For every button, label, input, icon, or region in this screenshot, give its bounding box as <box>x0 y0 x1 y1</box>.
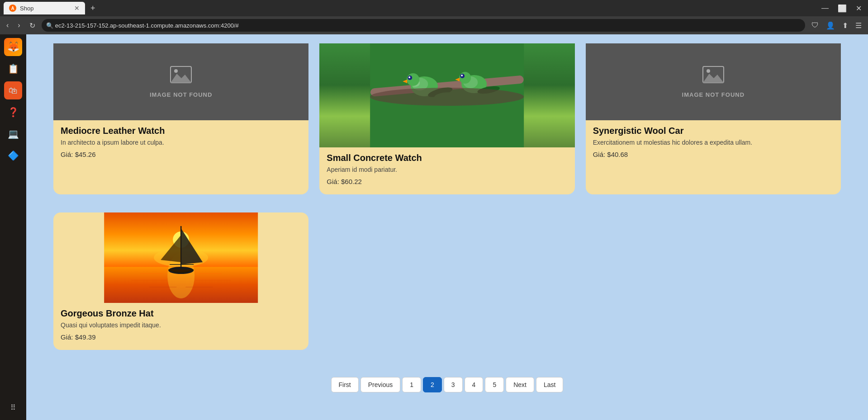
svg-point-24 <box>707 69 710 73</box>
svg-marker-1 <box>171 74 191 83</box>
sidebar-item-software[interactable]: 🛍 <box>4 81 22 99</box>
tab-close-button[interactable]: ✕ <box>74 5 80 12</box>
menu-button[interactable]: ☰ <box>853 19 864 32</box>
sidebar-item-apps[interactable]: ⠿ <box>4 398 22 416</box>
sidebar-item-firefox[interactable]: 🦊 <box>4 38 22 56</box>
pagination-next[interactable]: Next <box>506 377 534 392</box>
product-card-mediocre-leather-watch[interactable]: IMAGE NOT FOUND Mediocre Leather Watch I… <box>53 43 308 194</box>
pagination-page-1[interactable]: 1 <box>402 377 421 392</box>
product-price-1: Giá: $45.26 <box>61 151 301 158</box>
sidebar: 🦊 📋 🛍 ❓ 💻 🔷 ⠿ <box>0 34 26 420</box>
product-name-4: Gorgeous Bronze Hat <box>61 308 301 319</box>
browser-titlebar: A Shop ✕ + — ⬜ ✕ <box>0 0 868 16</box>
pagination-page-2[interactable]: 2 <box>423 377 442 392</box>
toolbar-actions: 🛡 👤 ⬆ ☰ <box>809 19 864 32</box>
svg-point-10 <box>408 76 410 78</box>
sidebar-item-files[interactable]: 📋 <box>4 60 22 78</box>
product-price-2: Giá: $60.22 <box>327 178 567 185</box>
svg-point-2 <box>174 69 178 73</box>
address-bar[interactable] <box>42 19 805 32</box>
sidebar-item-terminal[interactable]: 💻 <box>4 125 22 143</box>
product-description-4: Quasi qui voluptates impedit itaque. <box>61 321 301 329</box>
pagination-page-3[interactable]: 3 <box>444 377 463 392</box>
product-image-sailboat <box>53 212 308 303</box>
image-not-found-icon-3 <box>702 66 725 88</box>
browser-tab[interactable]: A Shop ✕ <box>4 2 85 14</box>
product-card-gorgeous-bronze-hat[interactable]: Gorgeous Bronze Hat Quasi qui voluptates… <box>53 212 308 350</box>
product-description-2: Aperiam id modi pariatur. <box>327 166 567 173</box>
product-description-1: In architecto a ipsum labore ut culpa. <box>61 139 301 146</box>
product-price-4: Giá: $49.39 <box>61 333 301 341</box>
pagination-first[interactable]: First <box>331 377 359 392</box>
new-tab-button[interactable]: + <box>87 2 99 15</box>
product-card-synergistic-wool-car[interactable]: IMAGE NOT FOUND Synergistic Wool Car Exe… <box>586 43 841 194</box>
maximize-button[interactable]: ⬜ <box>835 2 849 14</box>
product-grid-top: IMAGE NOT FOUND Mediocre Leather Watch I… <box>53 43 841 194</box>
image-not-found-text-3: IMAGE NOT FOUND <box>682 91 745 98</box>
sidebar-item-help[interactable]: ❓ <box>4 103 22 121</box>
pagination: First Previous 1 2 3 4 5 Next Last <box>53 368 841 411</box>
svg-marker-23 <box>703 74 724 83</box>
address-bar-wrapper: 🔍 <box>42 19 805 32</box>
close-window-button[interactable]: ✕ <box>853 2 864 14</box>
pocket-button[interactable]: 🛡 <box>809 19 821 31</box>
product-description-3: Exercitationem ut molestias hic dolores … <box>593 139 834 146</box>
layout: 🦊 📋 🛍 ❓ 💻 🔷 ⠿ <box>0 34 868 420</box>
product-image-bird <box>319 43 574 147</box>
product-grid-bottom: Gorgeous Bronze Hat Quasi qui voluptates… <box>53 212 841 350</box>
product-info-3: Synergistic Wool Car Exercitationem ut m… <box>586 120 841 158</box>
svg-point-16 <box>459 72 471 84</box>
refresh-button[interactable]: ↻ <box>27 19 38 32</box>
tab-favicon: A <box>9 5 16 12</box>
pagination-page-4[interactable]: 4 <box>465 377 484 392</box>
product-info-2: Small Concrete Watch Aperiam id modi par… <box>319 147 574 185</box>
pagination-page-5[interactable]: 5 <box>485 377 504 392</box>
product-info-4: Gorgeous Bronze Hat Quasi qui voluptates… <box>53 303 308 341</box>
minimize-button[interactable]: — <box>819 2 831 14</box>
main-content: IMAGE NOT FOUND Mediocre Leather Watch I… <box>26 34 868 420</box>
pagination-last[interactable]: Last <box>536 377 563 392</box>
svg-point-21 <box>370 88 524 106</box>
pagination-previous[interactable]: Previous <box>360 377 400 392</box>
browser-toolbar: ‹ › ↻ 🔍 🛡 👤 ⬆ ☰ <box>0 16 868 34</box>
image-not-found-text-1: IMAGE NOT FOUND <box>150 91 213 98</box>
product-image-placeholder-3: IMAGE NOT FOUND <box>586 43 841 120</box>
browser-chrome: A Shop ✕ + — ⬜ ✕ ‹ › ↻ 🔍 🛡 👤 ⬆ ☰ <box>0 0 868 34</box>
forward-button[interactable]: › <box>15 19 23 31</box>
tab-title: Shop <box>20 5 33 12</box>
sidebar-item-vscode[interactable]: 🔷 <box>4 146 22 165</box>
product-name-3: Synergistic Wool Car <box>593 126 834 136</box>
product-info-1: Mediocre Leather Watch In architecto a i… <box>53 120 308 158</box>
sidebar-bottom-dots[interactable]: ⠿ <box>4 398 22 416</box>
product-image-placeholder-1: IMAGE NOT FOUND <box>53 43 308 120</box>
back-button[interactable]: ‹ <box>4 19 11 31</box>
product-name-2: Small Concrete Watch <box>327 153 567 163</box>
search-icon: 🔍 <box>46 22 53 29</box>
profile-button[interactable]: 👤 <box>823 19 838 32</box>
svg-point-18 <box>461 75 463 76</box>
product-card-small-concrete-watch[interactable]: Small Concrete Watch Aperiam id modi par… <box>319 43 574 194</box>
extensions-button[interactable]: ⬆ <box>840 19 851 32</box>
image-not-found-icon-1 <box>170 66 192 88</box>
product-name-1: Mediocre Leather Watch <box>61 126 301 136</box>
product-price-3: Giá: $40.68 <box>593 151 834 158</box>
